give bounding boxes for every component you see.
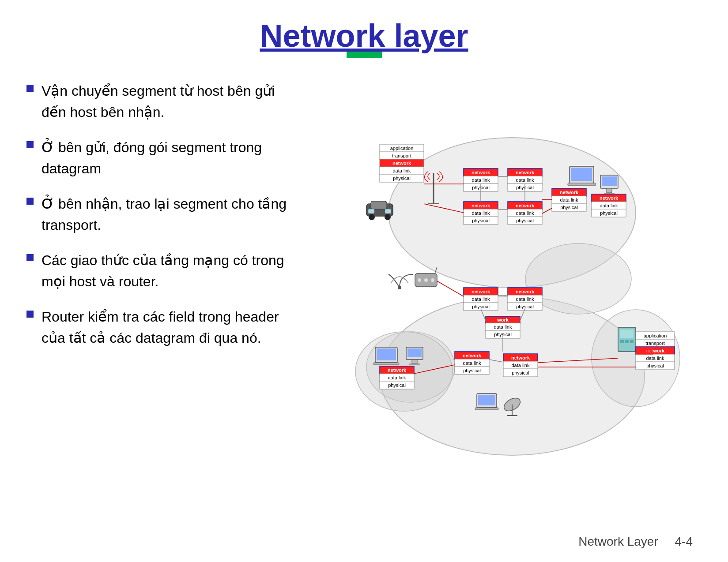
slide: Network layer Vận chuyển segment từ host… <box>0 0 728 562</box>
svg-text:physical: physical <box>516 218 534 223</box>
svg-text:network: network <box>463 353 482 358</box>
bullet-item-1: Vận chuyển segment từ host bên gửi đến h… <box>26 80 300 123</box>
bullet-icon-4 <box>26 254 34 261</box>
svg-text:data link: data link <box>388 375 406 380</box>
svg-rect-107 <box>412 360 417 363</box>
svg-text:network: network <box>472 289 490 294</box>
svg-point-16 <box>369 214 375 220</box>
svg-rect-106 <box>407 348 422 357</box>
svg-rect-108 <box>409 363 420 365</box>
bullet-list: Vận chuyển segment từ host bên gửi đến h… <box>26 71 300 363</box>
title-area: Network layer <box>26 18 702 58</box>
svg-text:work: work <box>497 317 509 322</box>
svg-point-77 <box>431 278 434 282</box>
svg-text:data link: data link <box>646 356 664 361</box>
bullet-item-4: Các giao thức của tầng mạng có trong mọi… <box>26 250 300 292</box>
svg-text:data link: data link <box>512 363 530 368</box>
svg-rect-63 <box>607 188 612 193</box>
svg-text:physical: physical <box>560 205 578 210</box>
svg-point-75 <box>418 278 421 282</box>
diagram-svg: application transport network data link … <box>318 71 702 468</box>
svg-point-76 <box>424 278 428 282</box>
svg-text:physical: physical <box>646 363 664 368</box>
svg-rect-18 <box>368 209 374 214</box>
svg-text:physical: physical <box>472 304 490 309</box>
footer-page: 4-4 <box>675 535 693 548</box>
bullet-text-2: Ở bên gửi, đóng gói segment trong datagr… <box>41 137 300 179</box>
svg-rect-53 <box>571 168 592 181</box>
bullet-item-3: Ở bên nhận, trao lại segment cho tầng tr… <box>26 193 300 236</box>
bullet-icon-5 <box>26 311 34 318</box>
svg-text:data link: data link <box>516 296 534 302</box>
svg-text:network: network <box>516 203 535 208</box>
svg-text:network: network <box>600 195 619 201</box>
slide-title: Network layer <box>26 18 702 54</box>
bullet-text-4: Các giao thức của tầng mạng có trong mọi… <box>41 250 300 292</box>
svg-text:network: network <box>516 289 535 294</box>
network-diagram: application transport network data link … <box>318 71 702 468</box>
svg-text:network: network <box>516 170 535 175</box>
svg-text:application: application <box>644 333 667 338</box>
svg-text:data link: data link <box>600 203 618 208</box>
svg-rect-141 <box>630 340 634 343</box>
svg-point-73 <box>398 286 401 289</box>
svg-text:data link: data link <box>393 168 411 173</box>
svg-rect-19 <box>385 209 391 214</box>
svg-text:data link: data link <box>560 197 578 202</box>
content-area: Vận chuyển segment từ host bên gửi đến h… <box>26 71 702 468</box>
svg-text:transport: transport <box>392 153 411 158</box>
svg-text:network: network <box>472 203 490 208</box>
svg-text:data link: data link <box>516 177 534 183</box>
svg-text:network: network <box>472 170 490 175</box>
bullet-icon-3 <box>26 198 34 205</box>
svg-text:network: network <box>560 190 579 195</box>
svg-text:data link: data link <box>472 210 490 216</box>
svg-rect-15 <box>371 201 387 209</box>
bullet-text-5: Router kiểm tra các field trong header c… <box>41 306 300 348</box>
svg-text:physical: physical <box>472 218 490 223</box>
svg-line-100 <box>437 281 464 296</box>
svg-text:network: network <box>511 355 530 360</box>
svg-rect-62 <box>602 176 617 186</box>
svg-rect-131 <box>478 395 495 405</box>
svg-text:network: network <box>388 367 407 373</box>
svg-text:physical: physical <box>512 370 529 375</box>
svg-text:data link: data link <box>494 324 512 330</box>
svg-text:physical: physical <box>600 210 618 216</box>
bullet-item-2: Ở bên gửi, đóng gói segment trong datagr… <box>26 137 300 179</box>
svg-rect-152 <box>636 347 653 355</box>
svg-text:network: network <box>392 161 411 166</box>
svg-text:physical: physical <box>388 382 406 388</box>
svg-rect-103 <box>377 348 396 360</box>
svg-rect-54 <box>568 183 596 186</box>
svg-text:data link: data link <box>472 177 490 183</box>
svg-text:data link: data link <box>472 296 490 302</box>
footer: Network Layer 4-4 <box>578 535 693 549</box>
footer-label: Network Layer <box>578 535 658 548</box>
bullet-icon-1 <box>26 85 34 92</box>
svg-text:data link: data link <box>516 210 534 216</box>
svg-text:physical: physical <box>463 368 481 373</box>
bullet-text-3: Ở bên nhận, trao lại segment cho tầng tr… <box>41 193 300 236</box>
svg-text:physical: physical <box>393 176 411 181</box>
bullet-text-1: Vận chuyển segment từ host bên gửi đến h… <box>41 80 300 123</box>
bullet-icon-2 <box>26 141 34 148</box>
svg-text:physical: physical <box>516 304 534 309</box>
svg-point-17 <box>385 214 391 220</box>
svg-text:transport: transport <box>645 341 664 346</box>
svg-rect-104 <box>373 363 399 365</box>
svg-rect-132 <box>475 408 498 410</box>
svg-rect-140 <box>625 340 629 343</box>
svg-text:application: application <box>390 146 414 151</box>
bullet-item-5: Router kiểm tra các field trong header c… <box>26 306 300 348</box>
svg-text:data link: data link <box>463 360 481 366</box>
svg-rect-138 <box>620 330 634 338</box>
svg-rect-139 <box>620 340 624 343</box>
